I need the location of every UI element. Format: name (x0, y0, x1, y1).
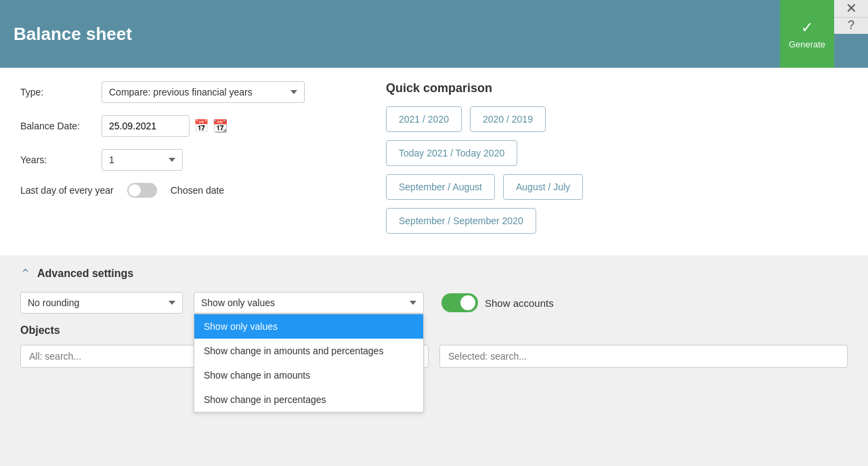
qc-row-3: September / August August / July (386, 174, 848, 200)
dropdown-item-1[interactable]: Show only values (194, 314, 423, 339)
main-content: Type: Compare: previous financial years … (0, 68, 868, 255)
type-select[interactable]: Compare: previous financial years (102, 81, 305, 103)
objects-section: Objects (0, 324, 868, 368)
advanced-header: ⌃ Advanced settings (20, 266, 848, 281)
close-button[interactable]: ✕ (834, 0, 868, 17)
years-select[interactable]: 1 2 3 (102, 149, 183, 171)
advanced-controls: No rounding Round to whole numbers Round… (20, 292, 848, 314)
generate-label: Generate (789, 39, 825, 49)
qc-btn-2021-2020[interactable]: 2021 / 2020 (386, 106, 462, 132)
balance-date-row: Balance Date: 📅 📆 (20, 115, 359, 137)
balance-date-group: 📅 📆 (102, 115, 227, 137)
objects-title: Objects (20, 324, 848, 345)
dropdown-item-2[interactable]: Show change in amounts and percentages (194, 339, 423, 363)
objects-search-row (20, 345, 848, 368)
years-label: Years: (20, 154, 102, 165)
header-actions: ✓ Generate ✕ ? (780, 0, 868, 68)
collapse-icon[interactable]: ⌃ (20, 266, 30, 281)
objects-selected-search[interactable] (439, 345, 848, 368)
show-accounts-slider (441, 293, 478, 312)
show-accounts-label: Show accounts (485, 297, 554, 309)
calendar-icon-1[interactable]: 📅 (194, 119, 209, 133)
type-label: Type: (20, 87, 102, 98)
quick-comparison-title: Quick comparison (386, 81, 848, 96)
dropdown-item-4[interactable]: Show change in percentages (194, 387, 423, 412)
type-row: Type: Compare: previous financial years (20, 81, 359, 103)
header: Balance sheet ✓ Generate ✕ ? (0, 0, 868, 68)
page-title: Balance sheet (14, 24, 132, 45)
last-day-toggle[interactable] (127, 183, 157, 198)
qc-btn-today-2021-2020[interactable]: Today 2021 / Today 2020 (386, 140, 517, 166)
qc-row-2: Today 2021 / Today 2020 (386, 140, 848, 166)
display-select[interactable]: Show only values Show change in amounts … (194, 292, 424, 314)
help-button[interactable]: ? (834, 17, 868, 34)
advanced-title: Advanced settings (37, 268, 133, 280)
balance-date-label: Balance Date: (20, 121, 102, 131)
calendar-icon-2[interactable]: 📆 (213, 119, 227, 133)
qc-row-4: September / September 2020 (386, 208, 848, 234)
last-day-label: Last day of every year (20, 185, 114, 196)
check-icon: ✓ (801, 19, 813, 37)
qc-btn-aug-jul[interactable]: August / July (503, 174, 583, 200)
rounding-select[interactable]: No rounding Round to whole numbers Round… (20, 292, 183, 314)
last-day-row: Last day of every year Chosen date (20, 183, 359, 198)
form-section: Type: Compare: previous financial years … (20, 81, 359, 242)
qc-btn-sep-sep-2020[interactable]: September / September 2020 (386, 208, 536, 234)
years-row: Years: 1 2 3 (20, 149, 359, 171)
qc-row-1: 2021 / 2020 2020 / 2019 (386, 106, 848, 132)
show-accounts-toggle[interactable] (441, 293, 478, 312)
advanced-section: ⌃ Advanced settings No rounding Round to… (0, 255, 868, 314)
quick-comparison-section: Quick comparison 2021 / 2020 2020 / 2019… (386, 81, 848, 242)
chosen-date-label: Chosen date (171, 185, 224, 196)
show-accounts-row: Show accounts (441, 293, 554, 312)
display-dropdown-menu: Show only values Show change in amounts … (194, 314, 424, 412)
generate-button[interactable]: ✓ Generate (780, 0, 834, 68)
help-icon: ? (848, 18, 854, 33)
qc-btn-2020-2019[interactable]: 2020 / 2019 (470, 106, 546, 132)
toggle-slider (127, 183, 157, 198)
qc-btn-sep-aug[interactable]: September / August (386, 174, 495, 200)
balance-date-input[interactable] (102, 115, 190, 137)
dropdown-item-3[interactable]: Show change in amounts (194, 363, 423, 387)
close-icon: ✕ (846, 0, 857, 16)
display-dropdown-container: Show only values Show change in amounts … (194, 292, 424, 314)
